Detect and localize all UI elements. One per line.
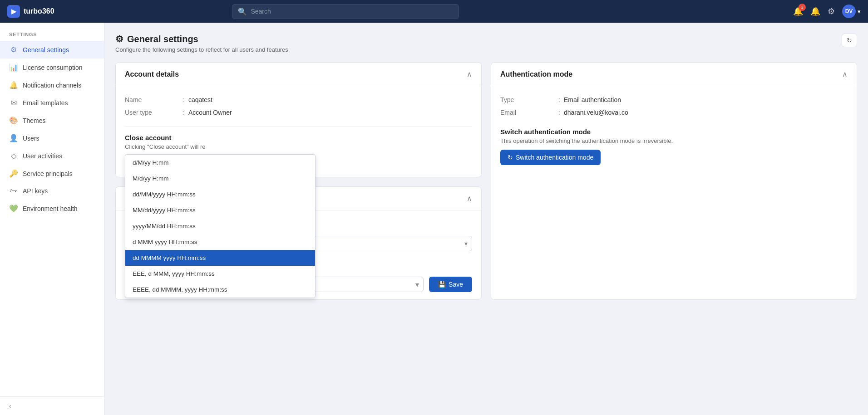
cards-row: Account details ∧ Name : caqatest User t… (115, 62, 857, 300)
save-button-label: Save (449, 281, 463, 288)
notification-channels-icon: 🔔 (9, 81, 18, 89)
user-type-value: Account Owner (188, 109, 232, 116)
close-account-title: Close account (125, 134, 472, 142)
switch-auth-icon: ↻ (508, 154, 513, 161)
sidebar-item-label: API keys (23, 187, 48, 195)
dropdown-option-7[interactable]: EEE, d MMM, yyyy HH:mm:ss (125, 266, 315, 282)
auth-email-value: dharani.velu@kovai.co (564, 109, 628, 116)
switch-auth-button-label: Switch authentication mode (516, 154, 593, 161)
account-name-label: Name (125, 96, 179, 103)
sidebar-item-label: General settings (23, 46, 69, 54)
sidebar-item-users[interactable]: 👤 Users (0, 129, 104, 147)
sidebar-item-label: Environment health (23, 205, 78, 212)
sidebar-item-general-settings[interactable]: ⚙ General settings (0, 41, 104, 59)
sidebar-item-label: Notification channels (23, 82, 81, 89)
authentication-body: Type : Email authentication Email : dhar… (491, 86, 857, 172)
email-templates-icon: ✉ (9, 98, 18, 107)
user-activities-icon: ◇ (9, 151, 18, 160)
account-details-title: Account details (125, 70, 179, 78)
app-logo[interactable]: ▶ turbo360 (7, 5, 54, 18)
search-box: 🔍 (232, 4, 459, 19)
dropdown-option-4[interactable]: yyyy/MM/dd HH:mm:ss (125, 218, 315, 234)
sidebar-section-label: SETTINGS (0, 23, 104, 41)
sidebar-item-license-consumption[interactable]: 📊 License consumption (0, 59, 104, 76)
search-icon: 🔍 (238, 7, 247, 16)
account-name-row: Name : caqatest (125, 93, 472, 106)
auth-switch-section: Switch authentication mode This operatio… (500, 128, 848, 165)
service-principals-icon: 🔑 (9, 169, 18, 178)
dropdown-option-0[interactable]: d/M/yy H:mm (125, 155, 315, 171)
date-time-body: Time zone : Date time format ℹ : dd/MM/y… (116, 210, 481, 299)
auth-type-value: Email authentication (564, 96, 621, 103)
auth-switch-title: Switch authentication mode (500, 128, 848, 136)
authentication-title: Authentication mode (500, 70, 572, 78)
page-title-icon: ⚙ (115, 34, 123, 44)
dropdown-option-6[interactable]: dd MMMM yyyy HH:mm:ss (125, 250, 315, 266)
navbar: ▶ turbo360 🔍 🔔 3 🔔 ⚙ DV ▾ (0, 0, 868, 23)
sidebar-item-label: Themes (23, 117, 46, 124)
sidebar-item-api-keys[interactable]: 🗝 API keys (0, 182, 104, 200)
sidebar-item-user-activities[interactable]: ◇ User activities (0, 147, 104, 165)
switch-auth-button[interactable]: ↻ Switch authentication mode (500, 150, 601, 165)
auth-type-row: Type : Email authentication (500, 93, 848, 106)
page-title-area: ⚙ General settings Configure the followi… (115, 34, 290, 53)
sidebar: SETTINGS ⚙ General settings 📊 License co… (0, 23, 104, 415)
avatar: DV (842, 5, 856, 18)
user-type-row: User type : Account Owner (125, 106, 472, 119)
page-title: ⚙ General settings (115, 34, 290, 44)
sidebar-item-label: Service principals (23, 170, 73, 177)
close-account-description: Clicking "Close account" will re (125, 143, 472, 150)
sidebar-item-notification-channels[interactable]: 🔔 Notification channels (0, 76, 104, 94)
datetime-format-dropdown: d/M/yy H:mm M/d/yy H:mm dd/MM/yyyy HH:mm… (125, 154, 316, 298)
account-details-card-header: Account details ∧ (116, 63, 481, 86)
authentication-card: Authentication mode ∧ Type : Email authe… (491, 62, 857, 300)
license-icon: 📊 (9, 63, 18, 72)
auth-type-label: Type (500, 96, 555, 103)
page-header: ⚙ General settings Configure the followi… (115, 34, 857, 53)
api-keys-icon: 🗝 (9, 187, 18, 195)
users-icon: 👤 (9, 134, 18, 142)
save-button[interactable]: 💾 Save (429, 277, 472, 292)
settings-gear-icon[interactable]: ⚙ (828, 6, 835, 16)
dropdown-option-1[interactable]: M/d/yy H:mm (125, 171, 315, 186)
refresh-button[interactable]: ↻ (842, 34, 857, 47)
notification-badge: 3 (799, 4, 806, 11)
main-layout: SETTINGS ⚙ General settings 📊 License co… (0, 23, 868, 415)
auth-switch-description: This operation of switching the authenti… (500, 137, 848, 144)
app-name: turbo360 (24, 7, 54, 15)
sidebar-item-environment-health[interactable]: 💚 Environment health (0, 200, 104, 217)
sidebar-item-label: Users (23, 135, 39, 142)
main-content: ⚙ General settings Configure the followi… (104, 23, 868, 415)
sidebar-collapse-button[interactable]: ‹ (0, 396, 104, 415)
auth-email-row: Email : dharani.velu@kovai.co (500, 106, 848, 119)
sidebar-item-themes[interactable]: 🎨 Themes (0, 112, 104, 129)
authentication-chevron-icon[interactable]: ∧ (842, 70, 848, 78)
dropdown-option-2[interactable]: dd/MM/yyyy HH:mm:ss (125, 186, 315, 202)
auth-email-label: Email (500, 109, 555, 116)
date-time-card: Date and time settings ∧ Time zone : Dat… (115, 186, 482, 300)
collapse-icon: ‹ (9, 402, 11, 410)
bell-icon[interactable]: 🔔 (810, 6, 820, 16)
notification-icon[interactable]: 🔔 3 (793, 6, 803, 16)
navbar-right: 🔔 3 🔔 ⚙ DV ▾ (793, 5, 861, 18)
themes-icon: 🎨 (9, 116, 18, 125)
save-icon: 💾 (438, 281, 446, 288)
sidebar-item-service-principals[interactable]: 🔑 Service principals (0, 165, 104, 182)
user-menu[interactable]: DV ▾ (842, 5, 861, 18)
dropdown-option-3[interactable]: MM/dd/yyyy HH:mm:ss (125, 202, 315, 218)
general-settings-icon: ⚙ (9, 45, 18, 54)
account-details-chevron-icon[interactable]: ∧ (467, 70, 472, 78)
authentication-card-header: Authentication mode ∧ (491, 63, 857, 86)
date-time-chevron-icon[interactable]: ∧ (467, 194, 472, 203)
page-description: Configure the following settings to refl… (115, 46, 290, 53)
user-type-label: User type (125, 109, 179, 116)
sidebar-item-email-templates[interactable]: ✉ Email templates (0, 94, 104, 112)
sidebar-item-label: License consumption (23, 64, 83, 71)
user-chevron: ▾ (858, 8, 861, 15)
account-name-value: caqatest (188, 96, 212, 103)
dropdown-option-8[interactable]: EEEE, dd MMMM, yyyy HH:mm:ss (125, 282, 315, 298)
sidebar-item-label: User activities (23, 152, 62, 160)
search-input[interactable] (251, 8, 453, 15)
environment-health-icon: 💚 (9, 204, 18, 213)
dropdown-option-5[interactable]: d MMM yyyy HH:mm:ss (125, 234, 315, 250)
